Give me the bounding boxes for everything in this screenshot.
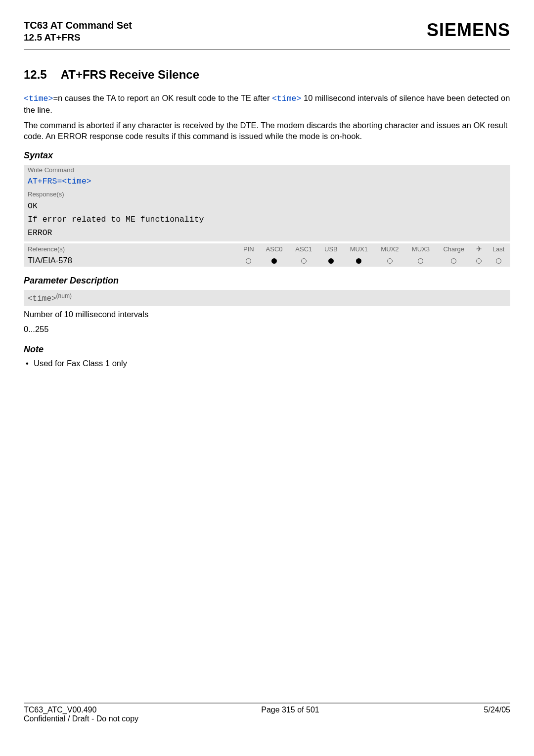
col-asc0: ASC0 — [260, 243, 289, 254]
cell-mux1 — [344, 254, 375, 267]
col-last: Last — [487, 243, 510, 254]
reference-value: TIA/EIA-578 — [24, 254, 238, 267]
col-charge: Charge — [436, 243, 471, 254]
siemens-logo: SIEMENS — [427, 20, 510, 41]
reference-table: Reference(s) PIN ASC0 ASC1 USB MUX1 MUX2… — [24, 243, 510, 267]
dot-empty-icon — [418, 258, 423, 264]
time-param-ref-2: <time> — [272, 94, 301, 103]
note-heading: Note — [24, 344, 510, 355]
cell-usb — [318, 254, 343, 267]
syntax-block: Write Command AT+FRS=<time> Response(s) … — [24, 165, 510, 267]
col-pin: PIN — [238, 243, 260, 254]
header-divider — [24, 49, 510, 50]
response-line-error-desc: If error related to ME functionality — [24, 213, 510, 226]
response-line-error: ERROR — [24, 226, 510, 241]
param-desc-line2: 0...255 — [24, 324, 510, 335]
footer-center: Page 315 of 501 — [261, 706, 319, 714]
dot-empty-icon — [301, 258, 307, 264]
cell-last — [487, 254, 510, 267]
bullet-icon: • — [26, 359, 34, 368]
response-label: Response(s) — [24, 189, 510, 199]
footer-divider — [24, 703, 510, 704]
col-mux1: MUX1 — [344, 243, 375, 254]
cell-asc1 — [289, 254, 318, 267]
section-title-text: AT+FRS Receive Silence — [61, 68, 199, 81]
header-left: TC63 AT Command Set 12.5 AT+FRS — [24, 20, 132, 43]
write-command-value: AT+FRS=<time> — [24, 175, 510, 189]
intro-paragraph-1: <time>=n causes the TA to report an OK r… — [24, 93, 510, 116]
cell-mux2 — [374, 254, 405, 267]
write-command-label: Write Command — [24, 165, 510, 175]
airplane-icon: ✈ — [476, 245, 482, 253]
dot-empty-icon — [496, 258, 501, 264]
reference-header-row: Reference(s) PIN ASC0 ASC1 USB MUX1 MUX2… — [24, 243, 510, 254]
dot-filled-icon — [328, 258, 334, 264]
reference-label: Reference(s) — [24, 243, 238, 254]
intro-paragraph-2: The command is aborted if any character … — [24, 120, 510, 142]
col-mux3: MUX3 — [405, 243, 437, 254]
col-airplane: ✈ — [471, 243, 487, 254]
doc-section-ref: 12.5 AT+FRS — [24, 32, 132, 43]
dot-filled-icon — [271, 258, 277, 264]
cell-pin — [238, 254, 260, 267]
section-number: 12.5 — [24, 68, 47, 82]
response-line-ok: OK — [24, 199, 510, 213]
note-item: •Used for Fax Class 1 only — [26, 359, 510, 368]
col-mux2: MUX2 — [374, 243, 405, 254]
dot-filled-icon — [356, 258, 361, 264]
cell-mux3 — [405, 254, 437, 267]
param-desc-line1: Number of 10 millisecond intervals — [24, 309, 510, 321]
dot-empty-icon — [451, 258, 456, 264]
dot-empty-icon — [387, 258, 393, 264]
footer-right: 5/24/05 — [484, 706, 510, 714]
col-usb: USB — [318, 243, 343, 254]
syntax-heading: Syntax — [24, 150, 510, 161]
param-desc-heading: Parameter Description — [24, 276, 510, 286]
page-footer: TC63_ATC_V00.490 Page 315 of 501 5/24/05… — [24, 699, 510, 723]
section-heading: 12.5AT+FRS Receive Silence — [24, 68, 510, 82]
col-asc1: ASC1 — [289, 243, 318, 254]
param-sup: (num) — [56, 292, 72, 299]
page-header: TC63 AT Command Set 12.5 AT+FRS SIEMENS — [24, 20, 510, 43]
time-param-ref: <time> — [24, 94, 53, 103]
doc-title: TC63 AT Command Set — [24, 20, 132, 31]
dot-empty-icon — [476, 258, 482, 264]
cell-asc0 — [260, 254, 289, 267]
reference-data-row: TIA/EIA-578 — [24, 254, 510, 267]
param-code: <time>(num) — [24, 290, 510, 306]
dot-empty-icon — [246, 258, 251, 264]
cell-charge — [436, 254, 471, 267]
footer-left: TC63_ATC_V00.490 — [24, 706, 96, 714]
footer-confidential: Confidential / Draft - Do not copy — [24, 714, 510, 723]
cell-airplane — [471, 254, 487, 267]
